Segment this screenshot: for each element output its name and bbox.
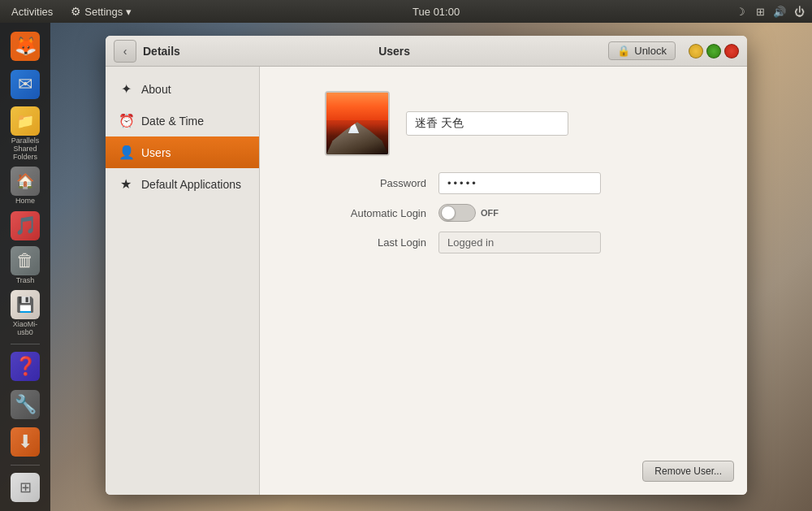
- automatic-login-value: OFF: [438, 204, 715, 222]
- last-login-row: Last Login: [325, 232, 715, 253]
- taskbar-right: ☽ ⊞ 🔊 ⏻: [734, 5, 812, 18]
- automatic-login-toggle: OFF: [438, 204, 715, 222]
- dock-separator: [11, 344, 40, 344]
- window-title: Details: [143, 45, 180, 58]
- avatar-image: [326, 93, 388, 154]
- sidebar-item-users-label: Users: [141, 146, 171, 159]
- home-icon: 🏠: [11, 167, 40, 196]
- usb-label: XiaoMi-usb0: [13, 321, 38, 337]
- window-controls: [689, 44, 739, 58]
- minimize-button[interactable]: [689, 44, 703, 58]
- users-icon: 👤: [119, 145, 133, 160]
- sidebar-item-users[interactable]: 👤 Users: [106, 136, 259, 168]
- last-login-label: Last Login: [325, 236, 438, 249]
- main-content: Password Automatic Login OFF: [260, 67, 747, 495]
- dock-item-music[interactable]: 🎵: [6, 209, 45, 244]
- music-icon: 🎵: [11, 211, 40, 240]
- avatar-sky: [326, 93, 388, 120]
- sidebar-item-default-apps-label: Default Applications: [141, 178, 241, 191]
- help-icon: ❓: [11, 352, 40, 381]
- shared-folders-label: ParallelsSharedFolders: [11, 137, 40, 162]
- last-login-value: [438, 232, 715, 253]
- close-button[interactable]: [724, 44, 739, 58]
- dock-item-firefox[interactable]: 🦊: [6, 29, 45, 64]
- settings-window: ‹ Details Users 🔒 Unlock ✦ About ⏰ Date …: [106, 36, 747, 495]
- settings-menu-label: Settings: [84, 6, 123, 18]
- password-input[interactable]: [438, 172, 601, 194]
- settings-menu-button[interactable]: ⚙ Settings ▾: [64, 5, 138, 18]
- toggle-switch[interactable]: [438, 204, 476, 222]
- firefox-icon: 🦊: [11, 32, 40, 61]
- trash-icon: 🗑: [11, 246, 40, 275]
- toggle-off-label: OFF: [481, 208, 499, 218]
- trash-label: Trash: [16, 277, 35, 285]
- unlock-label: Unlock: [634, 45, 667, 57]
- remove-user-button[interactable]: Remove User...: [642, 461, 734, 482]
- settings-tool-icon: 🔧: [11, 390, 40, 419]
- password-row: Password: [325, 172, 715, 194]
- dock: 🦊 ✉ 📁 ParallelsSharedFolders 🏠 Home 🎵 🗑 …: [0, 23, 50, 511]
- sound-icon[interactable]: 🔊: [773, 5, 786, 18]
- user-profile: Password Automatic Login OFF: [292, 91, 715, 263]
- sidebar-item-datetime-label: Date & Time: [141, 115, 204, 128]
- sidebar: ✦ About ⏰ Date & Time 👤 Users ★ Default …: [106, 67, 260, 495]
- user-form: Password Automatic Login OFF: [325, 172, 715, 263]
- dock-item-apps[interactable]: ⊞: [6, 470, 45, 505]
- sidebar-item-datetime[interactable]: ⏰ Date & Time: [106, 105, 259, 136]
- dock-item-usb[interactable]: 💾 XiaoMi-usb0: [6, 288, 45, 339]
- moon-icon[interactable]: ☽: [734, 5, 747, 18]
- about-icon: ✦: [119, 81, 133, 97]
- settings-menu-chevron-icon: ▾: [126, 6, 132, 18]
- back-button[interactable]: ‹: [114, 40, 136, 63]
- power-icon[interactable]: ⏻: [793, 5, 806, 18]
- shared-folders-icon: 📁: [11, 106, 40, 136]
- dock-item-installer[interactable]: ⬇: [6, 425, 45, 460]
- avatar-mountain: [326, 120, 388, 154]
- dock-item-shared-folders[interactable]: 📁 ParallelsSharedFolders: [6, 105, 45, 163]
- datetime-icon: ⏰: [119, 113, 133, 128]
- activities-button[interactable]: Activities: [3, 6, 61, 18]
- mail-icon: ✉: [11, 70, 40, 99]
- home-label: Home: [15, 197, 35, 206]
- activities-label: Activities: [11, 6, 53, 18]
- dock-item-trash[interactable]: 🗑 Trash: [6, 246, 45, 285]
- dock-item-home[interactable]: 🏠 Home: [6, 167, 45, 206]
- automatic-login-label: Automatic Login: [325, 207, 438, 219]
- dock-item-mail[interactable]: ✉: [6, 67, 45, 102]
- last-login-input: [438, 232, 601, 253]
- apps-icon: ⊞: [11, 473, 40, 502]
- back-icon: ‹: [123, 45, 127, 58]
- window-body: ✦ About ⏰ Date & Time 👤 Users ★ Default …: [106, 67, 747, 495]
- installer-icon: ⬇: [11, 427, 40, 457]
- sidebar-item-about[interactable]: ✦ About: [106, 73, 259, 105]
- user-name-input[interactable]: [406, 111, 568, 136]
- network-icon[interactable]: ⊞: [754, 5, 767, 18]
- toggle-knob: [441, 206, 456, 220]
- password-value: [438, 172, 715, 194]
- password-label: Password: [325, 177, 438, 189]
- default-apps-icon: ★: [119, 176, 133, 192]
- lock-icon: 🔒: [617, 45, 630, 57]
- window-titlebar: ‹ Details Users 🔒 Unlock: [106, 36, 747, 67]
- user-avatar[interactable]: [325, 91, 390, 156]
- window-section-title: Users: [187, 45, 602, 58]
- dock-separator-2: [11, 465, 40, 466]
- automatic-login-row: Automatic Login OFF: [325, 204, 715, 222]
- user-avatar-row: [325, 91, 568, 156]
- sidebar-item-about-label: About: [141, 83, 171, 96]
- usb-icon: 💾: [11, 290, 40, 319]
- taskbar: Activities ⚙ Settings ▾ Tue 01:00 ☽ ⊞ 🔊 …: [0, 0, 812, 23]
- avatar-snow: [347, 120, 361, 133]
- dock-item-settings-tool[interactable]: 🔧: [6, 387, 45, 422]
- dock-item-help[interactable]: ❓: [6, 349, 45, 384]
- maximize-button[interactable]: [706, 44, 721, 58]
- taskbar-clock: Tue 01:00: [138, 6, 734, 18]
- unlock-button[interactable]: 🔒 Unlock: [608, 41, 676, 60]
- sidebar-item-default-apps[interactable]: ★ Default Applications: [106, 168, 259, 200]
